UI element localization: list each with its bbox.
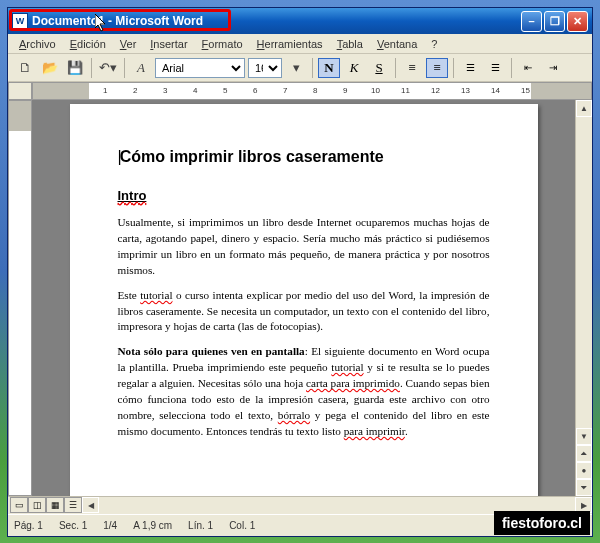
menu-ventana[interactable]: Ventana <box>370 36 424 52</box>
font-size-select[interactable]: 16 <box>248 58 282 78</box>
document-paragraph[interactable]: Este tutorial o curso intenta explicar p… <box>118 288 490 336</box>
document-paragraph[interactable]: Nota sólo para quienes ven en pantalla: … <box>118 344 490 439</box>
toolbar-separator <box>511 58 512 78</box>
prev-page-icon[interactable]: ⏶ <box>576 445 592 462</box>
watermark: fiestoforo.cl <box>494 511 590 535</box>
window-controls: – ❐ ✕ <box>521 11 588 32</box>
print-view-icon[interactable]: ▦ <box>46 497 64 513</box>
ruler-corner <box>8 82 32 100</box>
web-view-icon[interactable]: ◫ <box>28 497 46 513</box>
ruler-tick: 6 <box>253 86 257 95</box>
ruler-tick: 12 <box>431 86 440 95</box>
status-line: Lín. 1 <box>188 520 213 531</box>
menu-edicion[interactable]: Edición <box>63 36 113 52</box>
open-icon[interactable]: 📂 <box>39 57 61 79</box>
ruler-tick: 13 <box>461 86 470 95</box>
ruler-tick: 5 <box>223 86 227 95</box>
next-page-icon[interactable]: ⏷ <box>576 479 592 496</box>
browse-object-icon[interactable]: ● <box>576 462 592 479</box>
scroll-up-icon[interactable]: ▲ <box>576 100 592 117</box>
numbered-list-button[interactable]: ☰ <box>459 58 481 78</box>
vertical-ruler[interactable] <box>8 100 32 496</box>
undo-icon[interactable]: ↶▾ <box>97 57 119 79</box>
ruler-tick: 1 <box>103 86 107 95</box>
ruler-tick: 15 <box>521 86 530 95</box>
toolbar-separator <box>453 58 454 78</box>
menu-insertar[interactable]: Insertar <box>143 36 194 52</box>
ruler-tick: 2 <box>133 86 137 95</box>
scroll-left-icon[interactable]: ◀ <box>82 497 99 513</box>
menu-tabla[interactable]: Tabla <box>330 36 370 52</box>
horizontal-ruler-row: 1 2 3 4 5 6 7 8 9 10 11 12 13 14 15 <box>8 82 592 100</box>
app-window: W Documento1 - Microsoft Word – ❐ ✕ Arch… <box>7 7 593 537</box>
maximize-button[interactable]: ❐ <box>544 11 565 32</box>
ruler-tick: 11 <box>401 86 410 95</box>
toolbar: 🗋 📂 💾 ↶▾ A Arial 16 ▾ N K S ≡ ≡ ☰ ☰ ⇤ ⇥ <box>8 54 592 82</box>
new-doc-icon[interactable]: 🗋 <box>14 57 36 79</box>
bold-button[interactable]: N <box>318 58 340 78</box>
status-col: Col. 1 <box>229 520 255 531</box>
document-area[interactable]: Cómo imprimir libros caseramente Intro U… <box>32 100 575 496</box>
document-paragraph[interactable]: Usualmente, si imprimimos un libro desde… <box>118 215 490 279</box>
menu-formato[interactable]: Formato <box>195 36 250 52</box>
font-name-select[interactable]: Arial <box>155 58 245 78</box>
menu-herramientas[interactable]: Herramientas <box>250 36 330 52</box>
status-page: Pág. 1 <box>14 520 43 531</box>
title-bar[interactable]: W Documento1 - Microsoft Word – ❐ ✕ <box>8 8 592 34</box>
status-section: Sec. 1 <box>59 520 87 531</box>
font-size-dropdown-icon[interactable]: ▾ <box>285 57 307 79</box>
ruler-tick: 3 <box>163 86 167 95</box>
document-heading[interactable]: Intro <box>118 188 490 203</box>
vertical-scrollbar[interactable]: ▲ ▼ ⏶ ● ⏷ <box>575 100 592 496</box>
outline-view-icon[interactable]: ☰ <box>64 497 82 513</box>
toolbar-separator <box>91 58 92 78</box>
ruler-tick: 10 <box>371 86 380 95</box>
align-center-button[interactable]: ≡ <box>426 58 448 78</box>
save-icon[interactable]: 💾 <box>64 57 86 79</box>
increase-indent-button[interactable]: ⇥ <box>542 58 564 78</box>
toolbar-separator <box>312 58 313 78</box>
view-buttons: ▭ ◫ ▦ ☰ <box>8 497 82 514</box>
document-title[interactable]: Cómo imprimir libros caseramente <box>118 148 490 166</box>
ruler-tick: 9 <box>343 86 347 95</box>
menu-archivo[interactable]: Archivo <box>12 36 63 52</box>
toolbar-separator <box>395 58 396 78</box>
ruler-tick: 4 <box>193 86 197 95</box>
style-dropdown-icon[interactable]: A <box>130 57 152 79</box>
normal-view-icon[interactable]: ▭ <box>10 497 28 513</box>
ruler-tick: 8 <box>313 86 317 95</box>
scroll-down-icon[interactable]: ▼ <box>576 428 592 445</box>
underline-button[interactable]: S <box>368 58 390 78</box>
minimize-button[interactable]: – <box>521 11 542 32</box>
page[interactable]: Cómo imprimir libros caseramente Intro U… <box>70 104 538 496</box>
menu-bar: Archivo Edición Ver Insertar Formato Her… <box>8 34 592 54</box>
ruler-tick: 7 <box>283 86 287 95</box>
status-at: A 1,9 cm <box>133 520 172 531</box>
align-left-button[interactable]: ≡ <box>401 58 423 78</box>
menu-ver[interactable]: Ver <box>113 36 144 52</box>
bullet-list-button[interactable]: ☰ <box>484 58 506 78</box>
window-title: Documento1 - Microsoft Word <box>32 14 203 28</box>
status-pages: 1/4 <box>103 520 117 531</box>
horizontal-ruler[interactable]: 1 2 3 4 5 6 7 8 9 10 11 12 13 14 15 <box>32 82 592 100</box>
ruler-tick: 14 <box>491 86 500 95</box>
word-app-icon: W <box>12 13 28 29</box>
menu-help[interactable]: ? <box>424 36 444 52</box>
decrease-indent-button[interactable]: ⇤ <box>517 58 539 78</box>
workspace: Cómo imprimir libros caseramente Intro U… <box>8 100 592 496</box>
italic-button[interactable]: K <box>343 58 365 78</box>
close-button[interactable]: ✕ <box>567 11 588 32</box>
toolbar-separator <box>124 58 125 78</box>
